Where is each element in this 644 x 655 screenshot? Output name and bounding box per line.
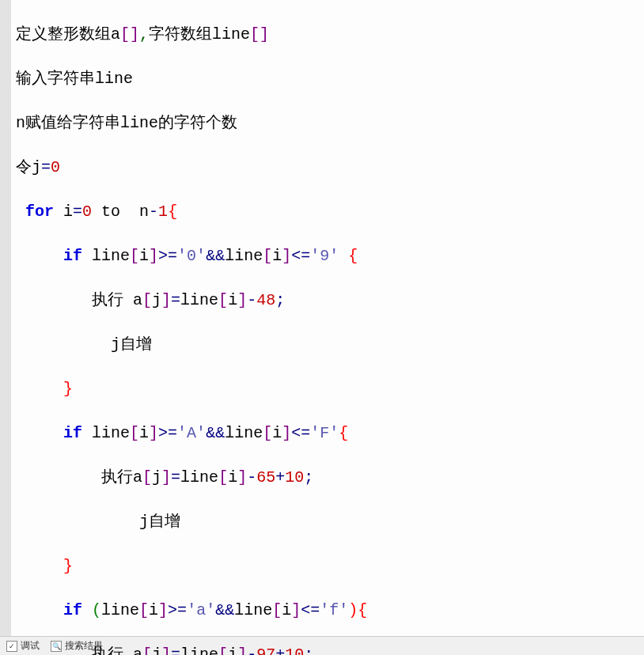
code-line: 执行 a[j]=line[i]-48; [16,290,644,312]
code-line: 定义整形数组a[],字符数组line[] [16,24,644,46]
code-line: for i=0 to n-1{ [16,201,644,223]
code-line: 执行 a[j]=line[i]-97+10; [16,644,644,655]
code-line: 令j=0 [16,157,644,179]
code-line: } [16,378,644,400]
code-line: 执行a[j]=line[i]-65+10; [16,467,644,489]
code-line: if line[i]>='0'&&line[i]<='9' { [16,245,644,267]
line-gutter [0,0,11,655]
code-line: } [16,555,644,577]
code-line: j自增 [16,511,644,533]
code-line: if (line[i]>='a'&&line[i]<='f'){ [16,600,644,622]
code-line: if line[i]>='A'&&line[i]<='F'{ [16,422,644,445]
code-line: 输入字符串line [16,68,644,90]
code-line: n赋值给字符串line的字符个数 [16,112,644,134]
code-line: j自增 [16,334,644,356]
code-editor[interactable]: 定义整形数组a[],字符数组line[] 输入字符串line n赋值给字符串li… [11,0,644,636]
